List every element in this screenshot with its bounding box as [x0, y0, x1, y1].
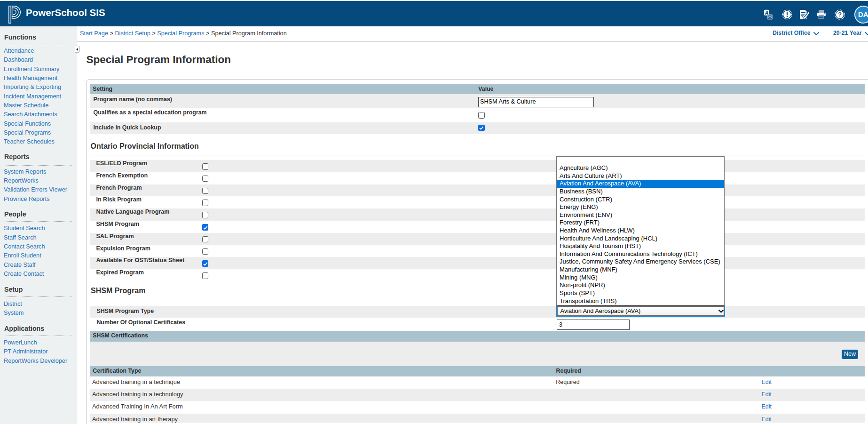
svg-text:?: ?: [838, 11, 842, 18]
